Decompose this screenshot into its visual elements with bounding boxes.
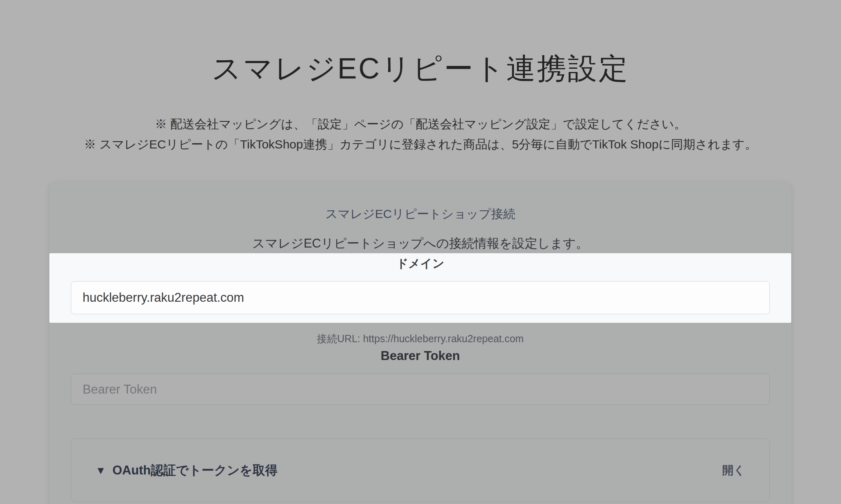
domain-field-group: ドメイン <box>71 255 770 314</box>
oauth-toggle-label: OAuth認証でトークンを取得 <box>113 462 278 479</box>
settings-page: スマレジECリピート連携設定 ※ 配送会社マッピングは、「設定」ページの「配送会… <box>0 0 841 504</box>
note-line-sync: ※ スマレジECリピートの「TikTokShop連携」カテゴリに登録された商品は… <box>0 134 841 155</box>
card-description: スマレジECリピートショップへの接続情報を設定します。 <box>71 234 770 252</box>
domain-input[interactable] <box>71 281 770 314</box>
bearer-token-input[interactable] <box>71 374 770 405</box>
shop-connection-card: スマレジECリピートショップ接続 スマレジECリピートショップへの接続情報を設定… <box>49 182 791 504</box>
bearer-token-label: Bearer Token <box>71 347 770 365</box>
page-title: スマレジECリピート連携設定 <box>0 51 841 86</box>
note-line-shipping: ※ 配送会社マッピングは、「設定」ページの「配送会社マッピング設定」で設定してく… <box>0 114 841 134</box>
connection-url-text: 接続URL: https://huckleberry.raku2repeat.c… <box>71 331 770 346</box>
domain-label: ドメイン <box>71 255 770 272</box>
oauth-toggle-label-group: ▼ OAuth認証でトークンを取得 <box>96 462 278 479</box>
oauth-open-button[interactable]: 開く <box>722 463 745 478</box>
card-title: スマレジECリピートショップ接続 <box>71 205 770 223</box>
caret-down-icon: ▼ <box>96 465 106 476</box>
oauth-collapsible-header[interactable]: ▼ OAuth認証でトークンを取得 開く <box>71 438 770 502</box>
page-notes: ※ 配送会社マッピングは、「設定」ページの「配送会社マッピング設定」で設定してく… <box>0 114 841 155</box>
